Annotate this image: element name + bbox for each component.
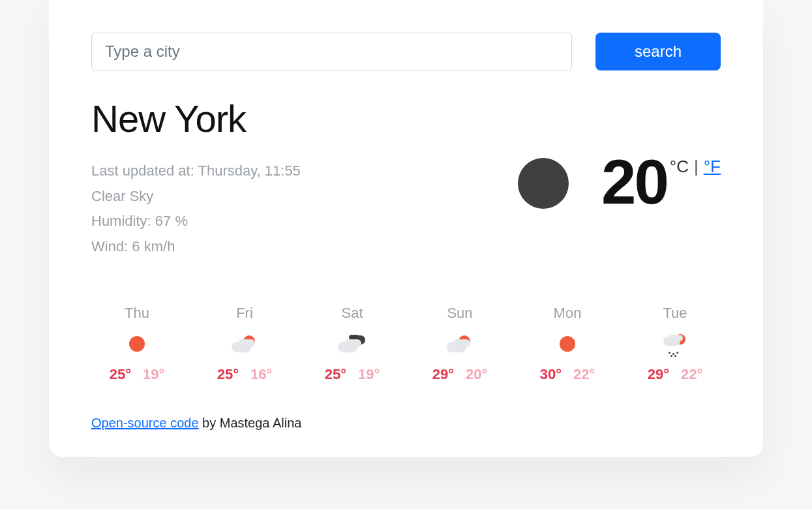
forecast-temps: 25° 19°: [325, 366, 380, 383]
city-name: New York: [91, 97, 518, 140]
forecast-hi: 25°: [325, 366, 346, 383]
forecast-day: Mon 30° 22°: [528, 305, 607, 383]
forecast-hi: 29°: [648, 366, 669, 383]
forecast-day: Sun 29° 20°: [421, 305, 499, 383]
sun-icon: [121, 335, 153, 353]
forecast-lo: 20°: [466, 366, 487, 383]
forecast-temps: 29° 22°: [648, 366, 703, 383]
unit-toggle: °C | °F: [670, 157, 721, 177]
current-temp-value: 20: [601, 155, 667, 209]
weather-card: search New York Last updated at: Thursda…: [49, 0, 763, 457]
forecast-lo: 22°: [681, 366, 702, 383]
current-details: New York Last updated at: Thursday, 11:5…: [91, 97, 518, 259]
forecast-day-label: Tue: [663, 305, 687, 322]
forecast-temps: 29° 20°: [432, 366, 488, 383]
forecast-temps: 25° 16°: [217, 366, 273, 383]
forecast-lo: 22°: [573, 366, 595, 383]
wind-text: Wind: 6 km/h: [91, 234, 518, 260]
forecast-lo: 19°: [143, 366, 164, 383]
forecast-day-label: Fri: [236, 305, 253, 322]
forecast-temps: 30° 22°: [540, 366, 595, 383]
forecast-day: Thu 25° 19°: [98, 305, 176, 383]
footer-author: by Mastega Alina: [199, 416, 302, 430]
footer-credit: Open-source code by Mastega Alina: [91, 416, 721, 431]
forecast-hi: 29°: [432, 366, 454, 383]
forecast-day: Fri 25° 16°: [205, 305, 284, 383]
unit-celsius: °C: [670, 157, 689, 177]
forecast-lo: 16°: [250, 366, 272, 383]
forecast-day-label: Mon: [554, 305, 582, 322]
forecast-day: Tue 29° 22°: [636, 305, 714, 383]
open-source-link[interactable]: Open-source code: [91, 416, 199, 430]
search-button[interactable]: search: [595, 33, 721, 70]
forecast-day-label: Thu: [125, 305, 149, 322]
last-updated-text: Last updated at: Thursday, 11:55: [91, 159, 518, 184]
forecast-hi: 30°: [540, 366, 562, 383]
unit-separator: |: [694, 157, 699, 177]
cloudy-icon: [337, 335, 368, 353]
forecast-hi: 25°: [110, 366, 131, 383]
current-weather-icon: [518, 158, 569, 209]
forecast-row: Thu 25° 19° Fri 25° 16° Sat 25° 19°: [91, 305, 721, 383]
current-temp-block: 20 °C | °F: [518, 97, 721, 209]
forecast-lo: 19°: [358, 366, 380, 383]
current-meta: Last updated at: Thursday, 11:55 Clear S…: [91, 159, 518, 259]
cloud-sun-icon: [444, 335, 475, 353]
forecast-day: Sat 25° 19°: [313, 305, 391, 383]
sun-icon: [552, 335, 583, 353]
forecast-hi: 25°: [217, 366, 239, 383]
city-input[interactable]: [91, 33, 572, 70]
humidity-text: Humidity: 67 %: [91, 209, 518, 234]
forecast-day-label: Sat: [341, 305, 363, 322]
rain-sun-icon: [659, 335, 691, 353]
current-weather-row: New York Last updated at: Thursday, 11:5…: [91, 97, 721, 259]
search-row: search: [91, 33, 721, 70]
condition-text: Clear Sky: [91, 184, 518, 209]
temp-block: 20 °C | °F: [601, 155, 721, 209]
forecast-day-label: Sun: [447, 305, 472, 322]
unit-fahrenheit-link[interactable]: °F: [704, 157, 721, 177]
cloud-sun-icon: [229, 335, 260, 353]
forecast-temps: 25° 19°: [110, 366, 165, 383]
